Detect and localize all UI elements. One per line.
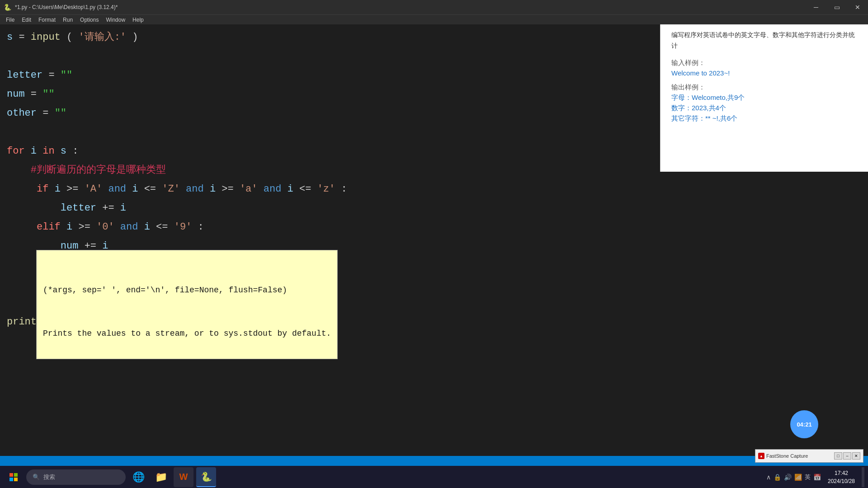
tray-area: ∧ 🔒 🔊 📶 英 📅 <box>766 473 821 481</box>
floating-clock: 04:21 <box>790 410 818 438</box>
taskbar-app-globe[interactable]: 🌐 <box>128 467 148 487</box>
panel-output-line3: 其它字符：** ~!,共6个 <box>671 114 857 123</box>
faststone-icon: ▲ <box>758 453 764 459</box>
code-line-11: elif i >= '0' and i <= '9' : <box>7 218 448 237</box>
python-icon: 🐍 <box>4 4 11 11</box>
tooltip-line1: (*args, sep=' ', end='\n', file=None, fl… <box>43 283 331 297</box>
menu-edit[interactable]: Edit <box>18 16 35 24</box>
code-line-6 <box>7 123 448 142</box>
floating-clock-time: 04:21 <box>797 421 811 428</box>
code-line-5: other = "" <box>7 104 448 123</box>
taskbar-app-python[interactable]: 🐍 <box>196 467 216 487</box>
code-line-8: #判断遍历的的字母是哪种类型 <box>7 161 448 180</box>
menu-run[interactable]: Run <box>59 16 76 24</box>
search-placeholder: 搜索 <box>43 473 55 481</box>
code-line-2 <box>7 47 448 66</box>
clock-date: 2024/10/28 <box>826 477 857 485</box>
tray-wifi-icon[interactable]: 📶 <box>794 474 802 481</box>
clock-time: 17:42 <box>826 469 857 477</box>
panel-output-line2: 数字：2023,共4个 <box>671 104 857 113</box>
window-title: *1.py - C:\Users\Me\Desktop\1.py (3.12.4… <box>15 4 118 10</box>
taskbar-search[interactable]: 🔍 搜索 <box>26 469 126 485</box>
menu-window[interactable]: Window <box>102 16 129 24</box>
tooltip-line2: Prints the values to a stream, or to sys… <box>43 326 331 341</box>
code-line-9: if i >= 'A' and i <= 'Z' and i >= 'a' an… <box>7 180 448 199</box>
tray-lang-icon[interactable]: 英 <box>805 473 811 481</box>
faststone-btn2[interactable]: – <box>843 452 851 460</box>
panel-input-value: Welcome to 2023~! <box>671 69 857 77</box>
code-line-10: letter += i <box>7 199 448 218</box>
code-line-4: num = "" <box>7 85 448 104</box>
svg-rect-0 <box>9 473 13 477</box>
right-panel: 字符分类统计 编写程序对英语试卷中的英文字母、数字和其他字符进行分类并统计 输入… <box>660 0 868 172</box>
clock-display[interactable]: 17:42 2024/10/28 <box>826 469 857 485</box>
panel-output-label: 输出样例： <box>671 83 857 92</box>
svg-rect-3 <box>14 478 18 481</box>
tray-volume-icon[interactable]: 🔊 <box>784 474 792 481</box>
menu-file[interactable]: File <box>2 16 18 24</box>
tray-network-icon: 🔒 <box>774 474 781 481</box>
minimize-button[interactable]: ─ <box>806 0 826 14</box>
taskbar: 🔍 搜索 🌐 📁 W 🐍 ∧ 🔒 🔊 📶 英 📅 17:42 <box>0 466 868 488</box>
svg-rect-2 <box>9 478 13 481</box>
taskbar-app-folder[interactable]: 📁 <box>151 467 171 487</box>
menu-help[interactable]: Help <box>129 16 147 24</box>
svg-rect-1 <box>14 473 18 477</box>
status-bar: Ln: 16 Col: 25 <box>0 456 868 466</box>
show-desktop-btn[interactable] <box>862 467 864 487</box>
faststone-title: FastStone Capture <box>766 453 808 459</box>
tray-expand[interactable]: ∧ <box>766 474 771 481</box>
tray-calendar-icon[interactable]: 📅 <box>813 474 821 481</box>
faststone-btn3[interactable]: ✕ <box>852 452 860 460</box>
autocomplete-tooltip: (*args, sep=' ', end='\n', file=None, fl… <box>36 250 338 359</box>
taskbar-app-word[interactable]: W <box>174 467 193 487</box>
close-button[interactable]: ✕ <box>847 0 868 14</box>
faststone-btn1[interactable]: □ <box>834 452 842 460</box>
code-line-1: s = input ( '请输入:' ) <box>7 28 448 47</box>
code-line-3: letter = "" <box>7 66 448 85</box>
faststone-panel: ▲ FastStone Capture □ – ✕ <box>755 449 863 463</box>
start-button[interactable] <box>4 467 24 487</box>
maximize-button[interactable]: ▭ <box>826 0 847 14</box>
menu-format[interactable]: Format <box>35 16 59 24</box>
panel-desc: 编写程序对英语试卷中的英文字母、数字和其他字符进行分类并统计 <box>671 30 857 52</box>
panel-output-line1: 字母：Welcometo,共9个 <box>671 94 857 102</box>
code-line-7: for i in s : <box>7 142 448 161</box>
panel-input-label: 输入样例： <box>671 59 857 67</box>
menu-options[interactable]: Options <box>76 16 102 24</box>
